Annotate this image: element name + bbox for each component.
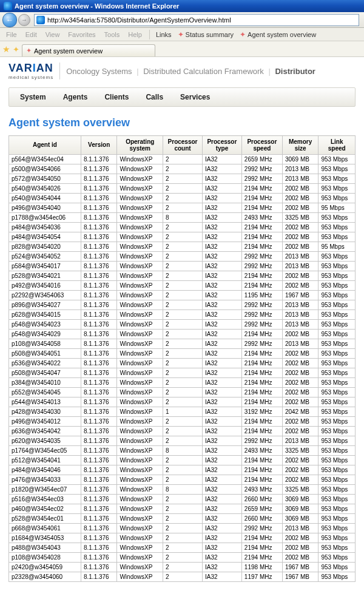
cell-pt: IA32	[202, 427, 241, 436]
cell-pc: 2	[163, 184, 203, 194]
breadcrumb-distributor[interactable]: Distributor	[275, 67, 315, 76]
cell-id: p500@W3454066	[9, 164, 81, 174]
cell-ls: 953 Mbps	[318, 553, 356, 563]
cell-ver: 8.1.1.376	[81, 330, 116, 339]
cell-ls: 953 Mbps	[318, 475, 356, 485]
menu-tools[interactable]: Tools	[101, 30, 124, 39]
cell-ps: 2194 MHz	[241, 330, 282, 339]
cell-pt: IA32	[202, 359, 241, 368]
cell-os: WindowsXP	[117, 184, 163, 194]
th-proc-count[interactable]: Processor count	[163, 136, 203, 155]
cell-mem: 3069 MB	[282, 514, 318, 524]
address-bar[interactable]	[34, 14, 359, 26]
cell-ls: 953 Mbps	[318, 330, 356, 339]
cell-ls: 953 Mbps	[318, 388, 356, 397]
table-row: p384@W34540108.1.1.376WindowsXP2IA322194…	[9, 378, 356, 388]
cell-os: WindowsXP	[117, 417, 163, 427]
cell-ps: 2194 MHz	[241, 242, 282, 252]
cell-ls: 953 Mbps	[318, 349, 356, 359]
table-row: p488@W34540438.1.1.376WindowsXP2IA322194…	[9, 543, 356, 553]
cell-id: p548@W3454023	[9, 320, 81, 330]
menu-help[interactable]: Help	[124, 30, 146, 39]
cell-pc: 2	[163, 563, 203, 572]
address-input[interactable]	[47, 16, 357, 24]
cell-mem: 2013 MB	[282, 300, 318, 310]
window-titlebar: Agent system overview - Windows Internet…	[0, 0, 364, 12]
th-agent-id[interactable]: Agent id	[9, 136, 81, 155]
cell-id: p2328@w3454060	[9, 572, 81, 582]
cell-os: WindowsXP	[117, 397, 163, 407]
cell-pt: IA32	[202, 310, 241, 320]
menu-favorites[interactable]: Favorites	[64, 30, 99, 39]
cell-ls: 953 Mbps	[318, 310, 356, 320]
cell-ls: 953 Mbps	[318, 378, 356, 388]
cell-ver: 8.1.1.376	[81, 563, 116, 572]
quicklink-agent-overview[interactable]: ✦ Agent system overview	[237, 30, 318, 39]
cell-pc: 2	[163, 262, 203, 271]
cell-id: p564@W3454ec04	[9, 155, 81, 164]
cell-pt: IA32	[202, 174, 241, 184]
cell-pc: 2	[163, 368, 203, 378]
menu-file[interactable]: File	[2, 30, 21, 39]
breadcrumb-dcf[interactable]: Distributed Calculation Framework	[143, 67, 264, 76]
th-version[interactable]: Version	[81, 136, 116, 155]
table-row: p528@W34540218.1.1.376WindowsXP2IA322194…	[9, 271, 356, 281]
nav-clients[interactable]: Clients	[96, 92, 137, 103]
cell-id: p1820@W3454ec07	[9, 485, 81, 495]
cell-ps: 2992 MHz	[241, 252, 282, 262]
table-row: p500@W34540668.1.1.376WindowsXP2IA322992…	[9, 164, 356, 174]
cell-id: p384@W3454010	[9, 378, 81, 388]
cell-ver: 8.1.1.376	[81, 378, 116, 388]
back-button[interactable]: ←	[2, 13, 17, 27]
cell-pt: IA32	[202, 271, 241, 281]
cell-id: p484@W3454036	[9, 223, 81, 232]
th-proc-type[interactable]: Processor type	[202, 136, 241, 155]
cell-pc: 2	[163, 533, 203, 543]
cell-os: WindowsXP	[117, 271, 163, 281]
window-title: Agent system overview - Windows Internet…	[15, 2, 179, 10]
cell-ls: 953 Mbps	[318, 495, 356, 504]
nav-system[interactable]: System	[12, 92, 55, 103]
nav-agents[interactable]: Agents	[55, 92, 96, 103]
th-memory[interactable]: Memory size	[282, 136, 318, 155]
table-row: p668@W34540618.1.1.376WindowsXP2IA322992…	[9, 524, 356, 533]
cell-id: p628@W3454015	[9, 310, 81, 320]
breadcrumb-sep: |	[268, 67, 270, 76]
cell-ver: 8.1.1.376	[81, 320, 116, 330]
cell-mem: 1967 MB	[282, 572, 318, 582]
favorites-star-icon[interactable]: ★	[2, 44, 10, 54]
add-favorite-icon[interactable]: ✦	[13, 45, 19, 54]
cell-id: p428@W3454030	[9, 407, 81, 417]
cell-ls: 953 Mbps	[318, 504, 356, 514]
cell-ls: 953 Mbps	[318, 407, 356, 417]
forward-button[interactable]: →	[18, 14, 30, 26]
table-row: p628@W34540158.1.1.376WindowsXP2IA322992…	[9, 310, 356, 320]
table-row: p524@W34540528.1.1.376WindowsXP2IA322992…	[9, 252, 356, 262]
cell-pc: 2	[163, 349, 203, 359]
cell-ver: 8.1.1.376	[81, 184, 116, 194]
cell-pc: 1	[163, 407, 203, 417]
nav-services[interactable]: Services	[172, 92, 218, 103]
th-os[interactable]: Operating system	[117, 136, 163, 155]
menu-edit[interactable]: Edit	[22, 30, 41, 39]
quicklink-status-summary[interactable]: ✦ Status summary	[175, 30, 236, 39]
cell-id: p524@W3454052	[9, 252, 81, 262]
cell-pc: 2	[163, 223, 203, 232]
cell-mem: 2002 MB	[282, 543, 318, 553]
cell-pt: IA32	[202, 339, 241, 349]
menu-view[interactable]: View	[42, 30, 64, 39]
cell-ls: 953 Mbps	[318, 572, 356, 582]
links-label[interactable]: Links	[153, 30, 174, 39]
th-link-speed[interactable]: Link speed	[318, 136, 356, 155]
cell-os: WindowsXP	[117, 300, 163, 310]
cell-ver: 8.1.1.376	[81, 553, 116, 563]
brand-separator	[59, 63, 60, 79]
cell-pt: IA32	[202, 417, 241, 427]
breadcrumb-oncology[interactable]: Oncology Systems	[66, 67, 132, 76]
cell-ps: 2194 MHz	[241, 475, 282, 485]
browser-tab[interactable]: ✦ Agent system overview	[22, 44, 155, 56]
cell-mem: 2002 MB	[282, 475, 318, 485]
page-content: VARIAN medical systems Oncology Systems …	[0, 57, 364, 594]
th-proc-speed[interactable]: Processor speed	[241, 136, 282, 155]
nav-calls[interactable]: Calls	[137, 92, 172, 103]
